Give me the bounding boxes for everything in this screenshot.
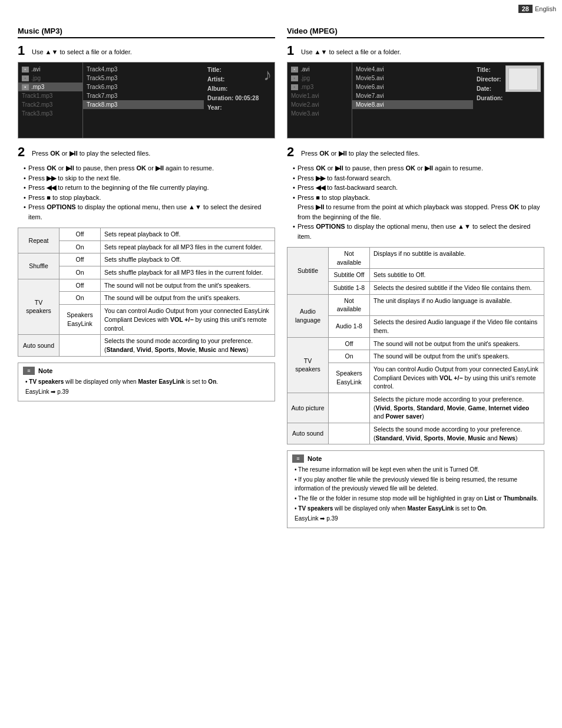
note-item: • The file or the folder in resume stop … bbox=[292, 494, 539, 503]
video-step1: 1 Use ▲▼ to select a file or a folder. bbox=[287, 44, 544, 57]
music-step2-number: 2 bbox=[18, 146, 28, 159]
note-item: • TV speakers will be displayed only whe… bbox=[23, 377, 270, 386]
tv-speakers-header: TV speakers bbox=[287, 337, 329, 393]
list-item: ▪.jpg bbox=[287, 74, 352, 83]
table-cell: The sound will not be output from the un… bbox=[101, 279, 275, 292]
table-cell: Selects the sound mode according to your… bbox=[370, 423, 544, 444]
tv-speakers-header: TV speakers bbox=[18, 279, 59, 334]
table-cell: You can control Audio Output from your c… bbox=[101, 305, 275, 335]
file-icon: ▪ bbox=[291, 84, 298, 90]
music-section: Music (MP3) 1 Use ▲▼ to select a file or… bbox=[18, 27, 275, 528]
table-row: Shuffle Off Sets shuffle playback to Off… bbox=[18, 253, 275, 266]
info-artist: Artist: bbox=[207, 75, 271, 84]
auto-picture-header: Auto picture bbox=[287, 393, 329, 423]
music-step1-number: 1 bbox=[18, 44, 28, 57]
table-row: Auto picture Selects the picture mode ac… bbox=[287, 393, 544, 423]
list-item: Press ◀◀ to return to the beginning of t… bbox=[24, 183, 275, 193]
note-label: Note bbox=[308, 455, 322, 462]
music-track-list: Track4.mp3 Track5.mp3 Track6.mp3 Track7.… bbox=[83, 62, 204, 138]
music-section-title: Music (MP3) bbox=[18, 27, 275, 38]
table-cell: Audio 1-8 bbox=[329, 316, 370, 337]
table-cell bbox=[329, 423, 370, 444]
list-item: Movie3.avi bbox=[287, 109, 352, 118]
table-cell: The sound will not be output from the un… bbox=[370, 337, 544, 350]
list-item: Press ■ to stop playback.Press ▶II to re… bbox=[293, 193, 544, 222]
table-cell: Sets repeat playback for all MP3 files i… bbox=[101, 241, 275, 253]
list-item: Track6.mp3 bbox=[83, 83, 204, 91]
list-item: Movie2.avi bbox=[287, 100, 352, 109]
repeat-header: Repeat bbox=[18, 228, 59, 253]
table-row: Repeat Off Sets repeat playback to Off. bbox=[18, 228, 275, 241]
audio-language-header: Audio language bbox=[287, 294, 329, 337]
table-cell: Sets repeat playback to Off. bbox=[101, 228, 275, 241]
video-note-header: ≡ Note bbox=[292, 454, 539, 463]
list-item: Movie6.avi bbox=[352, 83, 473, 91]
shuffle-header: Shuffle bbox=[18, 253, 59, 279]
list-item: Track8.mp3 bbox=[83, 100, 204, 109]
list-item: Press ◀◀ to fast-backward search. bbox=[293, 183, 544, 193]
list-item: Press ▶▶ to skip to the next file. bbox=[24, 173, 275, 183]
table-row: TV speakers Off The sound will not be ou… bbox=[287, 337, 544, 350]
video-step2-header: 2 Press OK or ▶II to play the selected f… bbox=[287, 146, 544, 159]
page-language: English bbox=[535, 5, 556, 12]
table-cell: You can control Audio Output from your c… bbox=[370, 363, 544, 393]
music-step2: 2 Press OK or ▶II to play the selected f… bbox=[18, 146, 275, 222]
page-header: 28 English bbox=[518, 5, 556, 13]
list-item: Track7.mp3 bbox=[83, 91, 204, 100]
table-cell: Sets shuffle playback for all MP3 files … bbox=[101, 266, 275, 279]
auto-sound-header: Auto sound bbox=[18, 335, 59, 356]
music-note-header: ≡ Note bbox=[23, 367, 270, 375]
list-item: Movie5.avi bbox=[352, 74, 473, 83]
video-thumbnail bbox=[505, 65, 541, 92]
table-cell: Off bbox=[59, 253, 101, 266]
file-icon: ▪ bbox=[22, 67, 29, 73]
note-item: EasyLink ➡ p.39 bbox=[23, 387, 270, 396]
music-file-list: ▪.avi ▪.jpg ▪.mp3 Track1.mp3 Track2.mp3 … bbox=[18, 62, 83, 138]
video-section: Video (MPEG) 1 Use ▲▼ to select a file o… bbox=[287, 27, 544, 528]
video-note-box: ≡ Note • The resume information will be … bbox=[287, 450, 544, 528]
table-cell: Displays if no subtitle is available. bbox=[370, 248, 544, 269]
subtitle-header: Subtitle bbox=[287, 248, 329, 295]
list-item: Press OK or ▶II to pause, then press OK … bbox=[293, 163, 544, 173]
file-icon: ▪ bbox=[22, 75, 29, 81]
video-file-browser: ▪.avi ▪.jpg ▪.mp3 Movie1.avi Movie2.avi … bbox=[287, 62, 544, 139]
music-step2-header: 2 Press OK or ▶II to play the selected f… bbox=[18, 146, 275, 159]
video-step2-bullets: Press OK or ▶II to pause, then press OK … bbox=[287, 163, 544, 241]
info-album: Album: bbox=[207, 84, 271, 94]
video-movie-list: Movie4.avi Movie5.avi Movie6.avi Movie7.… bbox=[352, 62, 473, 138]
table-cell: Not available bbox=[329, 294, 370, 315]
music-note-box: ≡ Note • TV speakers will be displayed o… bbox=[18, 363, 275, 401]
table-cell: Selects the desired subtitle if the Vide… bbox=[370, 282, 544, 295]
file-icon: ▪ bbox=[291, 75, 298, 81]
info-duration: Duration: bbox=[477, 94, 540, 103]
table-cell: Sets subtitle to Off. bbox=[370, 269, 544, 282]
list-item: ▪.avi bbox=[287, 65, 352, 74]
video-file-list: ▪.avi ▪.jpg ▪.mp3 Movie1.avi Movie2.avi … bbox=[287, 62, 352, 138]
list-item: Movie1.avi bbox=[287, 91, 352, 100]
list-item: ▪.mp3 bbox=[287, 83, 352, 91]
list-item: ▪.jpg bbox=[18, 74, 82, 83]
info-year: Year: bbox=[207, 103, 271, 113]
list-item: Movie8.avi bbox=[352, 100, 473, 109]
note-item: EasyLink ➡ p.39 bbox=[292, 514, 539, 523]
list-item: Movie7.avi bbox=[352, 91, 473, 100]
note-item: • If you play another file while the pre… bbox=[292, 475, 539, 493]
video-step1-text: Use ▲▼ to select a file or a folder. bbox=[301, 44, 401, 57]
list-item: Press OK or ▶II to pause, then press OK … bbox=[24, 163, 275, 173]
info-title: Title: bbox=[207, 65, 271, 75]
list-item: Track2.mp3 bbox=[18, 100, 82, 109]
table-cell: Subtitle Off bbox=[329, 269, 370, 282]
music-step2-text: Press OK or ▶II to play the selected fil… bbox=[32, 146, 150, 158]
table-row: Subtitle Not available Displays if no su… bbox=[287, 248, 544, 269]
table-cell: Subtitle 1-8 bbox=[329, 282, 370, 295]
table-cell: Sets shuffle playback to Off. bbox=[101, 253, 275, 266]
list-item: Track3.mp3 bbox=[18, 109, 82, 118]
table-cell: Selects the picture mode according to yo… bbox=[370, 393, 544, 423]
table-row: Auto sound Selects the sound mode accord… bbox=[287, 423, 544, 444]
table-row: Auto sound Selects the sound mode accord… bbox=[18, 335, 275, 356]
video-step2-text: Press OK or ▶II to play the selected fil… bbox=[301, 146, 419, 158]
table-cell: Selects the desired Audio language if th… bbox=[370, 316, 544, 337]
video-section-title: Video (MPEG) bbox=[287, 27, 544, 38]
page-number: 28 bbox=[518, 5, 533, 13]
list-item: Movie4.avi bbox=[352, 65, 473, 74]
